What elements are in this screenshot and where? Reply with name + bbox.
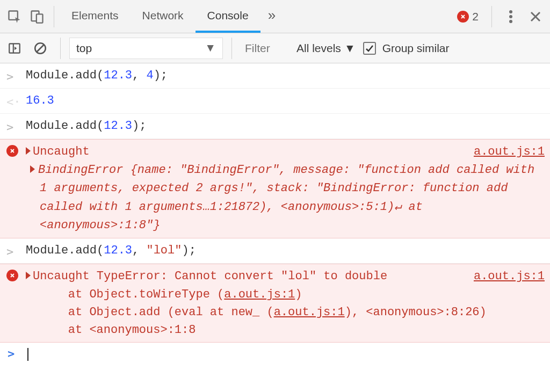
disclosure-triangle-icon[interactable]: [26, 147, 31, 155]
source-link[interactable]: a.out.js:1: [474, 143, 545, 161]
error-object[interactable]: BindingError {name: "BindingError", mess…: [26, 161, 545, 234]
tab-elements[interactable]: Elements: [60, 0, 131, 33]
console-toolbar: top ▼ All levels ▼ Group similar: [0, 33, 550, 63]
error-heading: Uncaught: [33, 145, 90, 158]
console-error-row[interactable]: a.out.js:1 Uncaught TypeError: Cannot co…: [0, 264, 550, 343]
code-text: ,: [132, 69, 146, 82]
disclosure-triangle-icon[interactable]: [30, 165, 35, 173]
tab-label: Console: [207, 9, 249, 22]
svg-point-3: [509, 10, 512, 13]
separator: [54, 6, 54, 27]
disclosure-triangle-icon[interactable]: [26, 272, 31, 279]
input-chevron-icon: >: [6, 118, 13, 136]
code-number: 4: [146, 69, 153, 82]
context-label: top: [76, 42, 92, 55]
sidebar-toggle-icon[interactable]: [3, 37, 26, 60]
error-heading: Uncaught TypeError: Cannot convert "lol"…: [33, 270, 387, 283]
trace-link[interactable]: a.out.js:1: [274, 306, 345, 319]
caret-down-icon: ▼: [205, 41, 216, 54]
trace-text: ): [295, 288, 302, 301]
console-output: > Module.add(12.3, 4); <· 16.3 > Module.…: [0, 63, 550, 365]
console-input-row[interactable]: > Module.add(12.3, "lol");: [0, 238, 550, 264]
trace-text: ), <anonymous>:8:26): [345, 306, 487, 319]
tab-more-panels[interactable]: »: [260, 0, 283, 33]
code-text: Module.add(: [26, 119, 104, 133]
input-chevron-icon: >: [6, 243, 13, 261]
error-icon: [6, 270, 18, 281]
result-value: 16.3: [26, 94, 54, 107]
levels-label: All levels: [296, 42, 341, 55]
error-body: BindingError {name: "BindingError", mess…: [38, 163, 534, 231]
clear-console-icon[interactable]: [29, 37, 52, 60]
tab-console[interactable]: Console: [196, 0, 260, 33]
caret-down-icon: ▼: [344, 42, 356, 55]
inspect-icon[interactable]: [3, 5, 26, 28]
error-icon: [457, 11, 469, 23]
filter-input[interactable]: [241, 38, 289, 59]
trace-text: at Object.toWireType (: [40, 288, 224, 301]
toolbar-right: 2: [452, 5, 547, 28]
group-similar-label: Group similar: [379, 42, 450, 55]
separator: [60, 38, 61, 59]
tab-network[interactable]: Network: [131, 0, 196, 33]
svg-point-4: [509, 15, 512, 18]
code-text: Module.add(: [26, 244, 104, 257]
error-icon: [6, 145, 18, 157]
code-number: 12.3: [104, 119, 132, 133]
code-text: );: [182, 244, 196, 257]
code-text: Module.add(: [26, 69, 104, 82]
tab-label: Elements: [71, 9, 119, 22]
group-similar-checkbox[interactable]: [363, 42, 376, 55]
svg-point-5: [509, 20, 512, 23]
code-string: "lol": [146, 244, 182, 257]
code-number: 12.3: [104, 69, 132, 82]
code-text: );: [154, 69, 168, 82]
stack-trace: at Object.toWireType (a.out.js:1) at Obj…: [26, 286, 545, 339]
separator: [491, 6, 492, 27]
device-toggle-icon[interactable]: [26, 5, 48, 28]
console-result-row[interactable]: <· 16.3: [0, 89, 550, 114]
trace-link[interactable]: a.out.js:1: [224, 288, 295, 301]
source-link[interactable]: a.out.js:1: [474, 267, 545, 286]
kebab-menu-icon[interactable]: [500, 5, 522, 28]
tab-label: Network: [142, 9, 184, 22]
text-cursor: [27, 348, 28, 361]
return-chevron-icon: <·: [6, 93, 21, 111]
trace-text: at <anonymous>:1:8: [40, 323, 196, 337]
context-selector[interactable]: top ▼: [69, 38, 223, 59]
chevrons-icon: »: [268, 7, 276, 24]
console-prompt[interactable]: >: [0, 343, 550, 365]
code-number: 12.3: [104, 244, 132, 257]
log-levels-select[interactable]: All levels ▼: [292, 42, 360, 55]
trace-text: at Object.add (eval at new_ (: [40, 306, 274, 319]
console-input-row[interactable]: > Module.add(12.3);: [0, 114, 550, 139]
prompt-chevron-icon: >: [8, 347, 15, 360]
svg-rect-2: [37, 14, 43, 23]
error-count-chip[interactable]: 2: [452, 10, 484, 23]
code-text: ,: [132, 244, 146, 257]
close-icon[interactable]: [524, 5, 547, 28]
console-input-row[interactable]: > Module.add(12.3, 4);: [0, 63, 550, 89]
error-count: 2: [472, 10, 479, 23]
panel-tabs: Elements Network Console »: [60, 0, 283, 33]
input-chevron-icon: >: [6, 68, 13, 86]
devtools-top-toolbar: Elements Network Console » 2: [0, 0, 550, 33]
code-text: );: [132, 119, 146, 133]
console-error-row[interactable]: a.out.js:1 Uncaught BindingError {name: …: [0, 139, 550, 238]
separator: [231, 38, 232, 59]
